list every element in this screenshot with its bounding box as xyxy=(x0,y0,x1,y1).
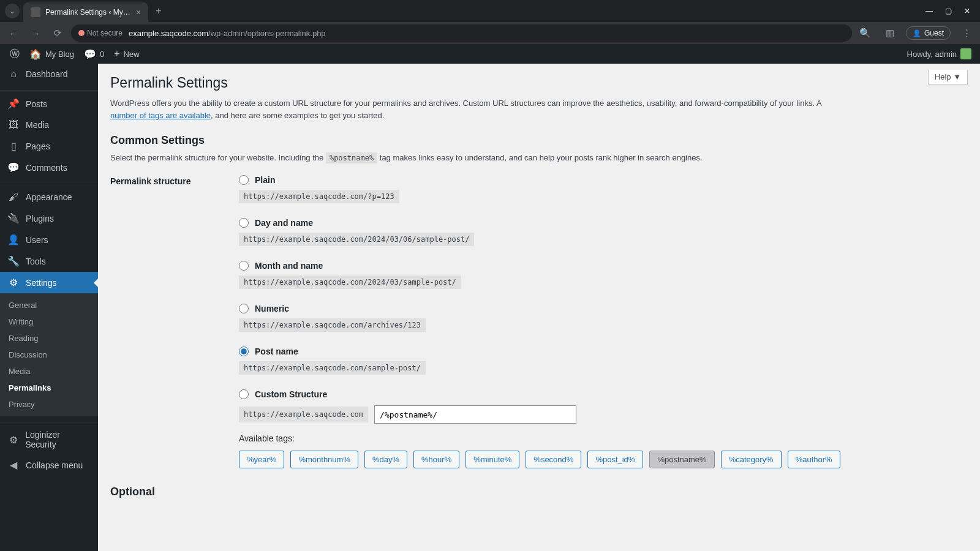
option-plain-label[interactable]: Plain xyxy=(239,175,968,185)
sidebar-item-label: Settings xyxy=(26,278,57,288)
zoom-icon[interactable]: 🔍 xyxy=(857,28,874,39)
pin-icon: 📌 xyxy=(7,98,20,110)
sidebar-item-posts[interactable]: 📌Posts xyxy=(0,93,98,114)
site-name-menu[interactable]: 🏠My Blog xyxy=(24,44,79,64)
browser-menu-icon[interactable]: ⋮ xyxy=(958,28,975,39)
security-badge[interactable]: Not secure xyxy=(78,29,123,37)
home-icon: 🏠 xyxy=(29,48,42,60)
comment-icon: 💬 xyxy=(84,48,96,60)
close-window-icon[interactable]: ✕ xyxy=(964,7,970,15)
tag-button[interactable]: %second% xyxy=(526,451,581,468)
tag-button[interactable]: %year% xyxy=(239,451,284,468)
radio-custom[interactable] xyxy=(239,389,249,399)
sidebar-item-loginizer[interactable]: ⚙Loginizer Security xyxy=(0,425,98,454)
option-custom-label[interactable]: Custom Structure xyxy=(239,389,968,399)
submenu-item-general[interactable]: General xyxy=(0,297,98,313)
custom-structure-input[interactable] xyxy=(374,405,576,424)
radio-plain[interactable] xyxy=(239,175,249,185)
url-host: example.saqcode.com xyxy=(129,29,208,38)
wordpress-icon: ⓦ xyxy=(10,48,20,61)
submenu-item-media[interactable]: Media xyxy=(0,363,98,380)
tag-button[interactable]: %minute% xyxy=(466,451,519,468)
site-name-label: My Blog xyxy=(45,50,74,59)
sidebar-item-label: Comments xyxy=(26,163,67,173)
radio-month-name[interactable] xyxy=(239,261,249,271)
option-label-text: Day and name xyxy=(255,218,313,228)
plus-icon: + xyxy=(114,48,119,59)
tag-button[interactable]: %post_id% xyxy=(587,451,643,468)
option-day-name-label[interactable]: Day and name xyxy=(239,218,968,228)
sidebar-item-users[interactable]: 👤Users xyxy=(0,229,98,250)
custom-structure-row: https://example.saqcode.com xyxy=(239,405,968,424)
option-numeric-label[interactable]: Numeric xyxy=(239,304,968,313)
media-icon: 🖼 xyxy=(7,119,20,130)
wp-logo-menu[interactable]: ⓦ xyxy=(5,44,24,64)
tag-button[interactable]: %category% xyxy=(721,451,782,468)
sidebar-item-plugins[interactable]: 🔌Plugins xyxy=(0,208,98,229)
sidebar-item-tools[interactable]: 🔧Tools xyxy=(0,250,98,272)
option-plain: Plain https://example.saqcode.com/?p=123 xyxy=(239,175,968,203)
submenu-item-discussion[interactable]: Discussion xyxy=(0,347,98,363)
user-icon: 👤 xyxy=(7,234,20,246)
radio-numeric[interactable] xyxy=(239,304,249,313)
comments-menu[interactable]: 💬0 xyxy=(79,44,109,64)
browser-toolbar: ← → ⟳ Not secure example.saqcode.com/wp-… xyxy=(0,22,980,44)
user-menu[interactable]: Howdy, admin xyxy=(907,48,975,59)
option-label-text: Custom Structure xyxy=(255,389,327,399)
custom-prefix: https://example.saqcode.com xyxy=(239,407,368,422)
address-bar[interactable]: Not secure example.saqcode.com/wp-admin/… xyxy=(71,24,852,42)
profile-button[interactable]: Guest xyxy=(906,26,951,40)
sidebar-separator xyxy=(0,87,98,91)
radio-day-name[interactable] xyxy=(239,218,249,228)
window-controls: ― ▢ ✕ xyxy=(925,7,975,15)
forward-button[interactable]: → xyxy=(27,28,44,39)
wrench-icon: 🔧 xyxy=(7,255,20,267)
option-numeric: Numeric https://example.saqcode.com/arch… xyxy=(239,304,968,332)
tag-button[interactable]: %postname% xyxy=(649,451,714,468)
url-path: /wp-admin/options-permalink.php xyxy=(208,29,325,38)
tab-search-button[interactable]: ⌄ xyxy=(5,4,20,18)
submenu-item-writing[interactable]: Writing xyxy=(0,313,98,330)
option-label-text: Post name xyxy=(255,347,298,356)
back-button[interactable]: ← xyxy=(5,28,22,39)
sidebar-item-media[interactable]: 🖼Media xyxy=(0,114,98,135)
intro-text-b: , and here are some examples to get you … xyxy=(211,111,384,120)
radio-post-name[interactable] xyxy=(239,347,249,356)
submenu-item-privacy[interactable]: Privacy xyxy=(0,396,98,413)
sidebar-item-label: Users xyxy=(26,235,48,245)
option-post-name-label[interactable]: Post name xyxy=(239,347,968,356)
common-settings-desc: Select the permalink structure for your … xyxy=(110,152,833,164)
page-icon: ▯ xyxy=(7,140,20,152)
sidebar-item-label: Plugins xyxy=(26,214,54,223)
submenu-item-permalinks[interactable]: Permalinks xyxy=(0,380,98,396)
new-tab-button[interactable]: + xyxy=(156,6,161,17)
sidebar-item-comments[interactable]: 💬Comments xyxy=(0,157,98,178)
tags-available-link[interactable]: number of tags are available xyxy=(110,111,211,120)
sidebar-item-appearance[interactable]: 🖌Appearance xyxy=(0,187,98,208)
sidebar-item-settings[interactable]: ⚙Settings xyxy=(0,272,98,293)
new-content-menu[interactable]: +New xyxy=(109,44,144,64)
wp-content: Help ▼ Permalink Settings WordPress offe… xyxy=(98,64,980,551)
sidebar-item-dashboard[interactable]: ⌂Dashboard xyxy=(0,64,98,84)
reload-button[interactable]: ⟳ xyxy=(49,28,66,39)
dashboard-icon: ⌂ xyxy=(7,69,20,80)
submenu-item-reading[interactable]: Reading xyxy=(0,330,98,347)
help-tab[interactable]: Help ▼ xyxy=(928,70,968,84)
tab-close-icon[interactable]: × xyxy=(136,7,141,17)
comment-icon: 💬 xyxy=(7,162,20,173)
common-desc-a: Select the permalink structure for your … xyxy=(110,153,326,162)
sidepanel-icon[interactable]: ▥ xyxy=(881,28,899,39)
admin-sidebar: ⌂Dashboard 📌Posts 🖼Media ▯Pages 💬Comment… xyxy=(0,64,98,551)
tag-button[interactable]: %author% xyxy=(788,451,840,468)
tag-button[interactable]: %monthnum% xyxy=(290,451,358,468)
option-month-name-label[interactable]: Month and name xyxy=(239,261,968,271)
sidebar-item-collapse[interactable]: ◀Collapse menu xyxy=(0,454,98,476)
option-numeric-example: https://example.saqcode.com/archives/123 xyxy=(239,318,426,332)
tag-button[interactable]: %day% xyxy=(364,451,407,468)
tag-button[interactable]: %hour% xyxy=(413,451,459,468)
sidebar-item-pages[interactable]: ▯Pages xyxy=(0,135,98,157)
maximize-icon[interactable]: ▢ xyxy=(945,7,952,15)
minimize-icon[interactable]: ― xyxy=(925,7,933,15)
browser-tab[interactable]: Permalink Settings ‹ My Blog — × xyxy=(23,2,148,22)
option-day-name: Day and name https://example.saqcode.com… xyxy=(239,218,968,246)
